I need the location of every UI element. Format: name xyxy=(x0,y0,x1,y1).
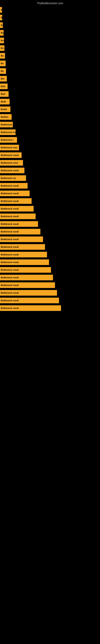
bar-row: Bottleneck result xyxy=(0,167,100,174)
bottleneck-bar: Bottleneck resul xyxy=(0,160,23,166)
bottleneck-bar: Bottleneck result xyxy=(0,282,55,288)
bar-row: Bottleneck result xyxy=(0,304,100,312)
bottleneck-bar: Bo xyxy=(0,30,3,36)
bar-row: Bottleneck result xyxy=(0,182,100,190)
bar-row: Bo xyxy=(0,67,100,75)
bottleneck-bar: B xyxy=(0,7,2,13)
bottleneck-bar: Bo xyxy=(0,38,4,43)
bar-row: Bottleneck xyxy=(0,121,100,128)
bottleneck-bar: Bottleneck result xyxy=(0,152,22,158)
bars-container: BBBBoBoBoBoBoBoBotBottBottBottlBottleBot… xyxy=(0,6,100,312)
bar-row: Bo xyxy=(0,37,100,44)
bottleneck-bar: Bottleneck r xyxy=(0,137,17,143)
bar-row: Bott xyxy=(0,90,100,98)
bar-row: B xyxy=(0,14,100,21)
bottleneck-bar: Bottl xyxy=(0,99,10,104)
bottleneck-bar: Bottleneck result xyxy=(0,290,57,296)
bar-row: Bottleneck result xyxy=(0,212,100,220)
bar-row: Bo xyxy=(0,29,100,37)
bottleneck-bar: Bottleneck result xyxy=(0,275,53,280)
bar-row: Bottleneck result xyxy=(0,190,100,197)
bar-row: Bott xyxy=(0,82,100,90)
bar-row: Bottleneck result xyxy=(0,289,100,297)
bottleneck-bar: Bottleneck result xyxy=(0,190,30,196)
bar-row: Bottl xyxy=(0,98,100,106)
bar-row: Bottleneck result xyxy=(0,266,100,274)
bottleneck-bar: Bottleneck result xyxy=(0,298,59,303)
bar-row: Bottle xyxy=(0,106,100,113)
bottleneck-bar: Bottleneck result xyxy=(0,198,32,204)
bar-row: Bottleneck result xyxy=(0,251,100,258)
bottleneck-bar: Bottleneck result xyxy=(0,214,36,219)
bottleneck-bar: Bo xyxy=(0,45,4,51)
bottleneck-bar: Bott xyxy=(0,84,8,89)
bottleneck-bar: Bottleneck result xyxy=(0,260,49,265)
bottleneck-bar: Bottleneck result xyxy=(0,252,47,258)
bar-row: Bo xyxy=(0,52,100,60)
bar-row: Bo xyxy=(0,60,100,67)
bar-row: Bo xyxy=(0,44,100,52)
bottleneck-bar: Bott xyxy=(0,91,9,97)
bottleneck-bar: Bot xyxy=(0,76,7,82)
bar-row: Bottleneck result xyxy=(0,297,100,304)
bar-row: Bottleneck resul xyxy=(0,159,100,167)
bottleneck-bar: Bottleneck result xyxy=(0,168,24,173)
bottleneck-bar: B xyxy=(0,22,3,28)
bar-row: Bottleneck res xyxy=(0,174,100,182)
bar-row: Bot xyxy=(0,75,100,82)
bar-row: Bottleneck result xyxy=(0,281,100,289)
bottleneck-bar: Bottleneck res xyxy=(0,175,26,181)
bottleneck-bar: Bottleneck res xyxy=(0,130,16,135)
bar-row: B xyxy=(0,6,100,14)
bottleneck-bar: Bottleneck result xyxy=(0,305,61,311)
bar-row: Bottleneck result xyxy=(0,205,100,212)
bottleneck-bar: Bottleneck result xyxy=(0,183,28,188)
bottleneck-bar: Bottleneck result xyxy=(0,236,43,242)
bottleneck-bar: Bottleneck xyxy=(0,122,13,128)
bar-row: Bottlen xyxy=(0,113,100,121)
bar-row: Bottleneck result xyxy=(0,220,100,228)
bottleneck-bar: Bottle xyxy=(0,106,10,112)
bar-row: Bottleneck result xyxy=(0,236,100,243)
bar-row: Bottleneck resu xyxy=(0,144,100,151)
bar-row: Bottleneck res xyxy=(0,128,100,136)
bar-row: Bottleneck r xyxy=(0,136,100,144)
bar-row: Bottleneck result xyxy=(0,228,100,236)
bottleneck-bar: Bo xyxy=(0,60,6,66)
bar-row: Bottleneck result xyxy=(0,258,100,266)
bar-row: Bottleneck result xyxy=(0,274,100,281)
bottleneck-bar: Bottlen xyxy=(0,114,12,120)
bottleneck-bar: Bo xyxy=(0,53,5,58)
bottleneck-bar: B xyxy=(0,15,2,20)
bar-row: Bottleneck result xyxy=(0,243,100,251)
bottleneck-bar: Bottleneck result xyxy=(0,267,51,273)
bottleneck-bar: Bottleneck resu xyxy=(0,145,19,150)
bottleneck-bar: Bottleneck result xyxy=(0,244,45,250)
bottleneck-bar: Bottleneck result xyxy=(0,221,38,227)
bar-row: Bottleneck result xyxy=(0,197,100,205)
bottleneck-bar: Bottleneck result xyxy=(0,206,34,212)
bar-row: B xyxy=(0,21,100,29)
bottleneck-bar: Bottleneck result xyxy=(0,229,40,234)
site-title: TheBottlenecker.com xyxy=(0,0,100,6)
bar-row: Bottleneck result xyxy=(0,151,100,159)
bottleneck-bar: Bo xyxy=(0,68,6,74)
